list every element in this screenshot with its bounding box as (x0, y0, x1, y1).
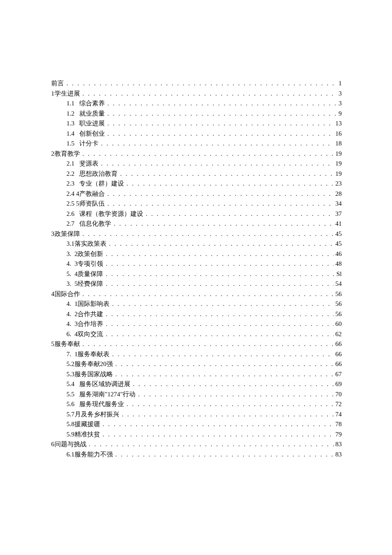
toc-entry-number: 3 (51, 231, 55, 237)
toc-leader-dots (100, 421, 335, 427)
toc-entry-title: 5经费保障 (75, 281, 104, 287)
toc-entry-gap (75, 160, 79, 167)
toc-entry: 4. 3专项引领48 (51, 261, 342, 267)
toc-entry-label: 5.5 服务湖南"1274"行动 (66, 391, 135, 398)
toc-entry-number: 2.3 (66, 180, 75, 187)
toc-entry-page: 83 (335, 441, 342, 447)
toc-entry-label: 2.1 斐源表 (66, 160, 98, 167)
toc-entry: 3. 2政策创新46 (51, 251, 342, 257)
toc-entry-number: 5.4 (66, 381, 75, 387)
toc-entry-number: 4. (66, 261, 71, 267)
toc-leader-dots (64, 81, 339, 87)
toc-entry: 2.7 信息化教学41 (51, 221, 342, 227)
toc-entry: 7. 1服务奉献表66 (51, 351, 342, 357)
toc-entry-gap (71, 301, 75, 307)
toc-leader-dots (80, 341, 336, 347)
toc-entry-label: 7. 1服务奉献表 (66, 351, 110, 357)
toc-entry: 1.5 计分卡18 (51, 140, 342, 147)
toc-entry-number: 2.2 (66, 171, 75, 177)
toc-entry: 5.2服务奉献20强66 (51, 361, 342, 367)
toc-entry-number: 2.7 (66, 221, 75, 227)
toc-entry-page: 83 (335, 451, 342, 458)
toc-entry: 6.1服务能力不强83 (51, 451, 342, 458)
toc-entry-label: 2.5 5师资队伍 (66, 200, 105, 207)
toc-entry: 2.2 思想政治教育19 (51, 171, 342, 177)
toc-entry-page: 13 (335, 120, 342, 127)
toc-entry-label: 5.4 服务区域协调进展 (66, 381, 130, 387)
toc-entry-gap (75, 180, 79, 187)
toc-entry-label: 6.1服务能力不强 (66, 451, 113, 458)
toc-entry-number: 2.1 (66, 160, 75, 167)
toc-entry-title: 问题与挑战 (55, 441, 86, 447)
toc-leader-dots (124, 401, 335, 407)
toc-entry-number: 1 (51, 90, 55, 97)
toc-entry: 5服务奉献66 (51, 341, 342, 347)
toc-leader-dots (105, 101, 339, 107)
toc-leader-dots (143, 211, 335, 217)
toc-entry-gap (75, 391, 79, 398)
toc-entry-gap (71, 311, 75, 317)
toc-leader-dots (98, 161, 335, 167)
toc-entry-title: 3合作培养 (75, 321, 104, 327)
toc-entry: 6. 4双向交流62 (51, 331, 342, 337)
toc-entry-label: 1.3 职业进展 (66, 120, 105, 127)
toc-entry-label: 5.6 服务现代服务业 (66, 401, 124, 407)
toc-entry-title: 课程（教学资源）建设 (79, 211, 143, 217)
toc-entry-label: 1.5 计分卡 (66, 140, 98, 147)
toc-entry-gap (75, 100, 79, 107)
toc-leader-dots (80, 151, 336, 157)
toc-entry-label: 3.1落实政策表 (66, 241, 107, 247)
toc-leader-dots (103, 271, 336, 277)
toc-entry-page: 1 (339, 80, 342, 87)
toc-entry-title: 思想政治教育 (79, 171, 118, 177)
toc-entry-title: 就业质量 (79, 110, 105, 117)
toc-entry-label: 3. 5经费保障 (66, 281, 103, 287)
toc-entry-title: 计分卡 (79, 140, 98, 147)
toc-entry-number: 4 (51, 291, 55, 297)
toc-entry: 前言1 (51, 80, 342, 87)
toc-entry-title: 4双向交流 (75, 331, 104, 337)
toc-entry-number: 7. (66, 351, 71, 357)
toc-entry-label: 5.8援藏援疆 (66, 421, 100, 427)
toc-entry: 1.2 就业质量9 (51, 110, 342, 117)
toc-leader-dots (110, 352, 335, 357)
toc-entry-title: 2合作共建 (75, 311, 104, 317)
toc-leader-dots (113, 372, 335, 378)
toc-entry-title: 落实政策表 (75, 241, 107, 247)
toc-entry: 4. 1国际影响表56 (51, 301, 342, 307)
toc-entry-label: 1.2 就业质量 (66, 110, 105, 117)
toc-leader-dots (98, 141, 335, 147)
toc-leader-dots (119, 412, 335, 418)
toc-entry-number: 5.9 (66, 431, 75, 438)
toc-entry-title: 服务奉献20强 (75, 361, 113, 367)
toc-entry-number: 1.2 (66, 110, 75, 117)
toc-entry-label: 5.3服务国家战略 (66, 371, 113, 378)
toc-leader-dots (80, 291, 336, 297)
toc-entry-page: 60 (335, 321, 342, 327)
toc-entry-page: 46 (335, 251, 342, 257)
toc-leader-dots (103, 261, 335, 267)
toc-entry-page: 66 (335, 361, 342, 367)
toc-entry-number: 6 (51, 441, 55, 447)
toc-entry-gap (75, 171, 79, 177)
toc-entry-title: 1国际影响表 (75, 301, 110, 307)
toc-entry-title: 服务湖南"1274"行动 (79, 391, 135, 398)
toc-leader-dots (107, 241, 335, 247)
toc-entry: 1.1 综合素养3 (51, 100, 342, 107)
toc-entry: 5.5 服务湖南"1274"行动70 (51, 391, 342, 398)
toc-entry-title: 前言 (51, 80, 64, 87)
toc-entry-page: 56 (335, 291, 342, 297)
toc-entry-page: 56 (335, 301, 342, 307)
toc-entry-title: 服务现代服务业 (79, 401, 124, 407)
toc-entry-title: 信息化教学 (79, 221, 111, 227)
toc-entry-gap (75, 211, 79, 217)
toc-entry-page: 28 (335, 191, 342, 197)
toc-entry-label: 3政策保障 (51, 231, 80, 237)
toc-entry: 5.8援藏援疆78 (51, 421, 342, 427)
toc-entry: 4. 2合作共建56 (51, 311, 342, 317)
toc-entry-page: 3 (339, 100, 342, 107)
toc-entry: 2.1 斐源表19 (51, 160, 342, 167)
toc-entry-page: 34 (335, 200, 342, 207)
toc-entry-title: 4产教融合 (76, 191, 105, 197)
toc-leader-dots (103, 311, 335, 317)
